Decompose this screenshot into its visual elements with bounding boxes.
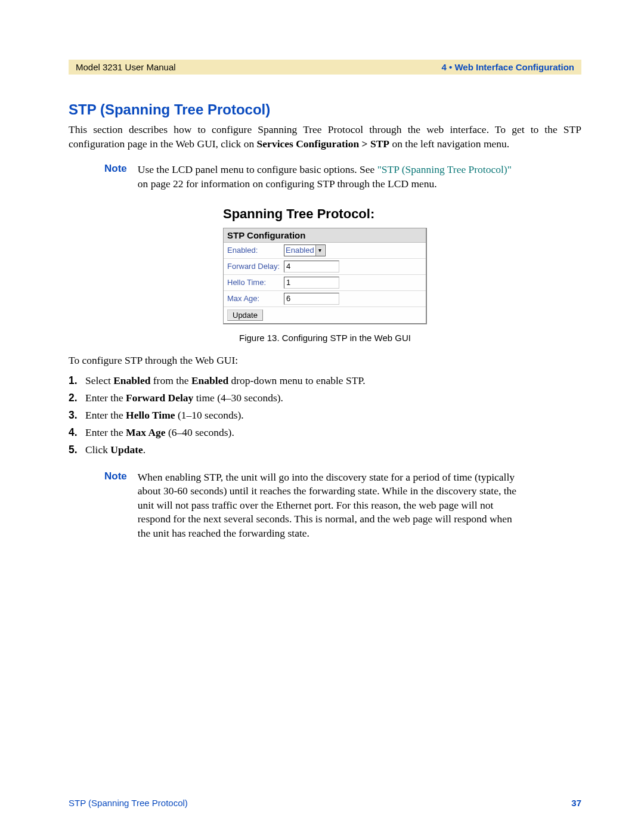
figure-title: Spanning Tree Protocol:	[223, 206, 427, 222]
config-row-max-age: Max Age:	[224, 291, 426, 307]
config-row-forward-delay: Forward Delay:	[224, 259, 426, 275]
step-1: Select Enabled from the Enabled drop-dow…	[69, 372, 581, 389]
page-header-bar: Model 3231 User Manual 4 • Web Interface…	[69, 60, 581, 75]
page-footer: STP (Spanning Tree Protocol) 37	[69, 798, 581, 808]
config-row-enabled: Enabled: Enabled	[224, 243, 426, 259]
max-age-input[interactable]	[284, 293, 339, 305]
config-row-hello-time: Hello Time:	[224, 275, 426, 291]
step-5: Click Update.	[69, 441, 581, 459]
note1-pre: Use the LCD panel menu to configure basi…	[138, 163, 377, 175]
update-row: Update	[224, 307, 426, 323]
step-2: Enter the Forward Delay time (4–30 secon…	[69, 389, 581, 407]
intro-paragraph: This section describes how to configure …	[69, 123, 581, 151]
steps-lead-in: To configure STP through the Web GUI:	[69, 354, 581, 368]
steps-list: Select Enabled from the Enabled drop-dow…	[69, 372, 581, 458]
note-label-2: Note	[104, 470, 138, 541]
label-max-age: Max Age:	[227, 294, 284, 303]
section-heading: STP (Spanning Tree Protocol)	[69, 101, 581, 118]
note-label: Note	[104, 163, 138, 191]
note-block-2: Note When enabling STP, the unit will go…	[104, 470, 522, 541]
label-enabled: Enabled:	[227, 246, 284, 255]
intro-bold: Services Configuration > STP	[257, 138, 389, 150]
forward-delay-input[interactable]	[284, 261, 339, 272]
figure-container: Spanning Tree Protocol: STP Configuratio…	[223, 206, 427, 324]
note-text-2: When enabling STP, the unit will go into…	[138, 470, 522, 541]
note-block-1: Note Use the LCD panel menu to configure…	[104, 163, 522, 191]
step-4: Enter the Max Age (6–40 seconds).	[69, 424, 581, 441]
footer-page-number: 37	[571, 798, 581, 808]
update-button[interactable]: Update	[227, 309, 263, 321]
label-forward-delay: Forward Delay:	[227, 262, 284, 271]
label-hello-time: Hello Time:	[227, 278, 284, 287]
step-3: Enter the Hello Time (1–10 seconds).	[69, 407, 581, 424]
header-left: Model 3231 User Manual	[76, 62, 176, 72]
note-text: Use the LCD panel menu to configure basi…	[138, 163, 522, 191]
header-right: 4 • Web Interface Configuration	[442, 62, 575, 72]
stp-link[interactable]: "STP (Spanning Tree Protocol)"	[377, 163, 512, 175]
enabled-select[interactable]: Enabled	[284, 244, 326, 256]
figure-caption: Figure 13. Configuring STP in the Web GU…	[69, 333, 581, 343]
footer-section-name: STP (Spanning Tree Protocol)	[69, 798, 188, 808]
config-panel-header: STP Configuration	[224, 228, 426, 243]
hello-time-input[interactable]	[284, 277, 339, 289]
intro-post: on the left navigation menu.	[389, 138, 509, 150]
note1-post: on page 22 for information on configurin…	[138, 178, 437, 190]
stp-config-panel: STP Configuration Enabled: Enabled Forwa…	[223, 228, 427, 324]
enabled-select-value: Enabled	[286, 246, 314, 255]
